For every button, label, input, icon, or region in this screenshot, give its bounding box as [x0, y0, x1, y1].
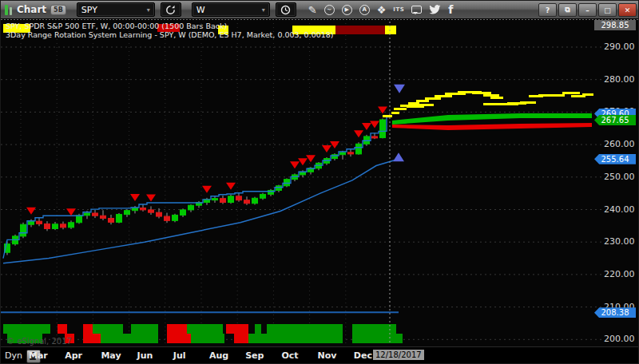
- symbol-input[interactable]: SPY ▾: [77, 2, 155, 17]
- ribbon-block-upper: [83, 324, 93, 334]
- price-tick-label: 200.00: [604, 334, 635, 344]
- time-template-button[interactable]: [276, 2, 296, 17]
- ribbon-block-lower: [83, 334, 101, 343]
- candle-body: [77, 216, 82, 223]
- eraser-icon[interactable]: ❖: [377, 5, 387, 15]
- top-ribbon-block: [385, 26, 396, 34]
- x-axis-month-label: Mar: [29, 350, 48, 361]
- candle-body: [181, 210, 186, 216]
- ribbon-block-upper: [93, 324, 123, 334]
- price-tick-label: 290.00: [604, 42, 635, 52]
- candle-body: [348, 152, 354, 154]
- range-stop-line: [3, 117, 390, 259]
- forecast-yellow-dash: [582, 93, 593, 96]
- forecast-yellow-dash: [416, 100, 429, 102]
- ribbon-block-lower: [191, 334, 224, 343]
- its-label[interactable]: ITS: [393, 6, 404, 13]
- chevron-down-icon: ▾: [147, 6, 150, 14]
- sell-signal-icon: [370, 121, 379, 128]
- candle-body: [85, 213, 90, 216]
- forecast-red-band: [392, 123, 592, 130]
- price-axis[interactable]: 290.00280.00270.00260.00250.00240.00230.…: [593, 18, 639, 346]
- blue-up-triangle-icon: [393, 152, 404, 161]
- ribbon-block-upper: [267, 324, 343, 334]
- symbol-value: SPY: [81, 5, 97, 15]
- chat-icon[interactable]: [411, 6, 422, 14]
- candle-body: [340, 152, 346, 155]
- candle-body: [53, 224, 58, 229]
- dyn-button[interactable]: Dyn: [5, 350, 22, 361]
- candle-body: [157, 212, 162, 216]
- ribbon-block-upper: [187, 324, 223, 334]
- forecast-yellow-dash: [562, 92, 580, 94]
- candle-body: [133, 208, 138, 210]
- x-axis-month-label: Aug: [209, 350, 228, 361]
- sell-signal-icon: [146, 194, 156, 201]
- help-button[interactable]: ?: [538, 3, 557, 17]
- toolbar: Chart 5B SPY ▾ W ▾ ✎ ~ ▶ A ❖: [1, 1, 639, 18]
- drawing-tools: ✎ ~ ▶ A ❖ ITS f: [308, 5, 454, 15]
- forecast-yellow-dash: [435, 95, 452, 97]
- facebook-icon[interactable]: f: [448, 5, 453, 15]
- sell-signal-icon: [330, 141, 339, 148]
- replay-icon[interactable]: ▶: [342, 5, 352, 15]
- ribbon-block-upper: [167, 324, 187, 334]
- alerts-icon[interactable]: A: [359, 5, 370, 15]
- candle-body: [165, 216, 170, 220]
- candle-body: [101, 216, 106, 218]
- candle-body: [29, 221, 34, 224]
- price-tick-label: 240.00: [604, 204, 635, 215]
- x-axis-month-label: May: [101, 350, 121, 361]
- x-axis-month-label: Jun: [137, 350, 153, 361]
- chevron-down-icon: ▾: [262, 6, 265, 14]
- forecast-yellow-dash: [425, 97, 441, 100]
- price-tick-label: 260.00: [604, 139, 635, 149]
- x-axis-month-label: Apr: [65, 350, 82, 361]
- price-tick-label: 220.00: [604, 269, 635, 279]
- x-axis-month-label: Jul: [173, 350, 186, 361]
- ribbon-block-lower: [167, 334, 191, 343]
- candle-body: [276, 186, 282, 191]
- forecast-yellow-dash: [394, 108, 407, 110]
- time-axis[interactable]: Dyn MarAprMayJunJulAugSepOctNovDec 12/18…: [1, 346, 639, 364]
- forecast-yellow-dash: [472, 92, 491, 94]
- price-flag-label: 255.64: [594, 154, 636, 164]
- symbol-refresh-button[interactable]: [161, 2, 181, 17]
- ribbon-block-upper: [131, 324, 158, 334]
- candle-body: [93, 213, 98, 216]
- forecast-yellow-dash: [415, 104, 434, 106]
- sell-signal-icon: [362, 123, 371, 130]
- interval-input[interactable]: W ▾: [192, 2, 270, 17]
- chart-canvas[interactable]: [1, 18, 639, 346]
- twitter-icon[interactable]: [429, 5, 441, 14]
- x-axis-month-label: Nov: [318, 350, 337, 361]
- price-flag-label: 298.85: [594, 20, 636, 30]
- pencil-icon[interactable]: ✎: [308, 5, 317, 15]
- ribbon-block-lower: [234, 334, 248, 343]
- clock-icon: [280, 5, 291, 15]
- price-tick-label: 230.00: [604, 236, 635, 247]
- top-ribbon-block: [218, 26, 228, 34]
- forecast-yellow-dash: [550, 94, 565, 97]
- candle-body: [173, 215, 178, 220]
- candle-body: [260, 194, 266, 198]
- title-highlight: [3, 24, 30, 33]
- refresh-icon: [165, 5, 176, 15]
- candle-body: [141, 208, 146, 209]
- maximize-button[interactable]: □: [598, 3, 617, 17]
- top-ribbon-block: [292, 26, 335, 34]
- sell-signal-icon: [322, 145, 331, 152]
- curve-tool-icon[interactable]: ~: [324, 5, 335, 15]
- x-axis-month-label: Dec: [354, 350, 372, 361]
- candle-body: [236, 196, 242, 200]
- candle-body: [252, 198, 258, 204]
- popout-button[interactable]: ⧉: [558, 3, 577, 17]
- candle-body: [61, 224, 66, 228]
- minimize-button[interactable]: –: [578, 3, 597, 17]
- candle-body: [228, 196, 234, 203]
- candle-body: [244, 200, 250, 204]
- price-tick-label: 250.00: [604, 172, 635, 182]
- close-button[interactable]: ✕: [618, 3, 637, 17]
- chart-area[interactable]: SPY, SPDR S&P 500 ETF, W, 00:00-00:00 (1…: [1, 18, 639, 346]
- forecast-yellow-dash: [520, 101, 536, 104]
